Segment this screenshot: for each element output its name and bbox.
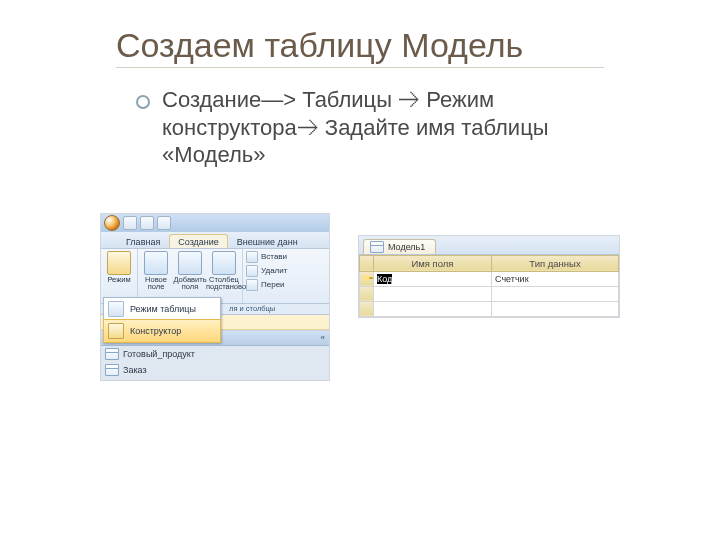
row-selector (360, 271, 374, 286)
datasheet-view-icon (108, 301, 124, 317)
grid-row-3 (360, 301, 619, 316)
tab-create: Создание (169, 234, 228, 248)
cell-empty (492, 286, 619, 301)
dropdown-design: Конструктор (103, 319, 221, 343)
qat-redo-icon (157, 216, 171, 230)
view-button: Режим (103, 251, 135, 303)
insert-icon (246, 251, 258, 263)
qat-undo-icon (140, 216, 154, 230)
rename-label: Переи (261, 280, 285, 289)
nav-item-1-label: Готовый_продукт (123, 349, 195, 359)
insert-label: Встави (261, 252, 287, 261)
dropdown-datasheet: Режим таблицы (104, 298, 220, 320)
titlebar (101, 214, 329, 232)
add-field-icon (178, 251, 202, 275)
cell-empty (374, 301, 492, 316)
delete-mini: Удалит (246, 265, 287, 277)
table-icon (105, 348, 119, 360)
lookup-icon (212, 251, 236, 275)
document-tab: Модель1 (363, 239, 436, 254)
screenshots-row: Главная Создание Внешние данн Режим Ново… (100, 213, 684, 381)
new-field-icon (144, 251, 168, 275)
row-selector (360, 301, 374, 316)
ribbon-tabs: Главная Создание Внешние данн (101, 232, 329, 249)
lookup-label: Столбец подстановок (206, 276, 242, 291)
dropdown-design-label: Конструктор (130, 326, 181, 336)
design-view-icon (108, 323, 124, 339)
col-data-type: Тип данных (492, 255, 619, 271)
insert-mini: Встави (246, 251, 287, 263)
cell-data-type: Счетчик (492, 271, 619, 286)
office-orb-icon (104, 215, 120, 231)
row-selector-header (360, 255, 374, 271)
cell-empty (492, 301, 619, 316)
qat-save-icon (123, 216, 137, 230)
delete-icon (246, 265, 258, 277)
primary-key-icon (363, 274, 373, 282)
cell-empty (374, 286, 492, 301)
ribbon-group-views: Режим (101, 249, 138, 303)
tab-external: Внешние данн (228, 234, 307, 248)
view-dropdown: Режим таблицы Конструктор (103, 297, 221, 343)
row-selector (360, 286, 374, 301)
delete-label: Удалит (261, 266, 287, 275)
rename-icon (246, 279, 258, 291)
view-button-label: Режим (101, 276, 137, 284)
slide-title: Создаем таблицу Модель (116, 26, 604, 68)
screenshot-ribbon: Главная Создание Внешние данн Режим Ново… (100, 213, 330, 381)
ribbon: Режим Новое поле Добавить поля Столбец п… (101, 249, 329, 304)
cell-field-name: Код (374, 271, 492, 286)
nav-item-1: Готовый_продукт (101, 346, 329, 362)
screenshot-design-grid: Модель1 Имя поля Тип данных Код Счетч (358, 235, 620, 318)
add-field-button: Добавить поля (174, 251, 206, 303)
lookup-button: Столбец подстановок (208, 251, 240, 303)
ribbon-group-fields: Новое поле Добавить поля Столбец подстан… (138, 249, 243, 303)
cell-field-name-value: Код (377, 274, 392, 284)
new-field-button: Новое поле (140, 251, 172, 303)
dropdown-datasheet-label: Режим таблицы (130, 304, 196, 314)
slide-body: Создание—> Таблицы 🡢 Режим конструктора🡢… (136, 86, 604, 169)
bullet-text: Создание—> Таблицы 🡢 Режим конструктора🡢… (162, 86, 604, 169)
new-field-label: Новое поле (138, 276, 174, 291)
document-tabbar: Модель1 (359, 236, 619, 255)
grid-row-1: Код Счетчик (360, 271, 619, 286)
document-tab-label: Модель1 (388, 242, 425, 252)
nav-collapse-icon: « (321, 333, 325, 342)
design-grid: Имя поля Тип данных Код Счетчик (359, 255, 619, 317)
nav-item-2: Заказ (101, 362, 329, 378)
slide: Создаем таблицу Модель Создание—> Таблиц… (0, 0, 720, 540)
bullet-icon (136, 95, 150, 109)
table-icon (105, 364, 119, 376)
tab-home: Главная (117, 234, 169, 248)
col-field-name: Имя поля (374, 255, 492, 271)
table-icon (370, 241, 384, 253)
add-field-label: Добавить поля (172, 276, 208, 291)
nav-item-2-label: Заказ (123, 365, 147, 375)
rename-mini: Переи (246, 279, 287, 291)
datasheet-icon (107, 251, 131, 275)
bullet-item: Создание—> Таблицы 🡢 Режим конструктора🡢… (136, 86, 604, 169)
ribbon-group-side: Встави Удалит Переи (243, 249, 290, 303)
grid-row-2 (360, 286, 619, 301)
